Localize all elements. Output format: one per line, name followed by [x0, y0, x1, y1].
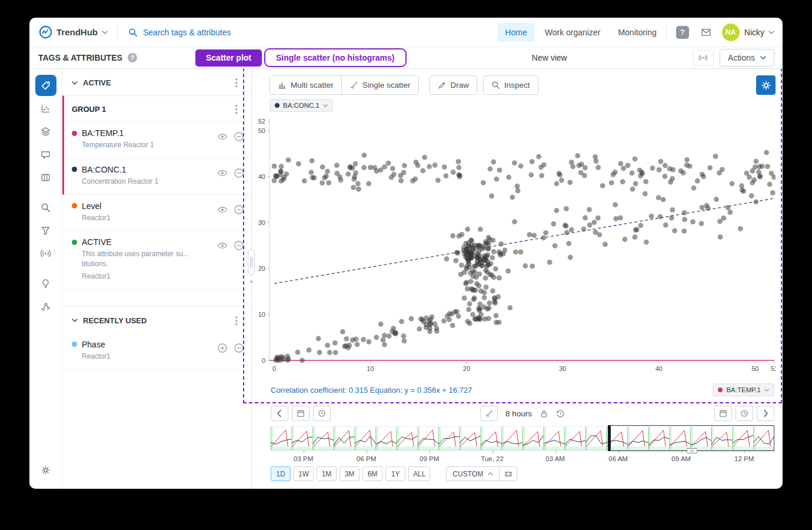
- tag-row[interactable]: BA:TEMP.1 Temperature Reactor 1: [64, 121, 251, 158]
- timeframe-icon: [504, 470, 513, 478]
- custom-range-button[interactable]: CUSTOM: [446, 466, 500, 481]
- start-time-button[interactable]: [313, 406, 331, 421]
- range-button-1w[interactable]: 1W: [294, 466, 314, 481]
- tag-row[interactable]: Level Reactor1: [62, 195, 251, 231]
- range-button-all[interactable]: ALL: [408, 466, 430, 481]
- tag-color-dot: [72, 342, 77, 347]
- tab-scatter-plot[interactable]: Scatter plot: [195, 49, 262, 67]
- x-axis-tag-chip[interactable]: BA:TEMP.1: [713, 383, 774, 396]
- svg-text:30: 30: [559, 365, 566, 372]
- settings-gear-icon[interactable]: [35, 459, 56, 481]
- search-input[interactable]: [143, 28, 284, 37]
- end-time-button[interactable]: [736, 406, 753, 421]
- layers-icon[interactable]: [35, 121, 56, 142]
- remove-minus-icon[interactable]: [234, 240, 244, 251]
- tag-row[interactable]: ACTIVE This attribute uses parameter su.…: [62, 231, 251, 289]
- kebab-menu-icon[interactable]: ⋮: [228, 316, 244, 326]
- topbar: TrendHub HomeWork organizerMonitoring ? …: [29, 18, 783, 47]
- search-icon[interactable]: [35, 197, 56, 218]
- scatter-context-button[interactable]: [480, 406, 498, 421]
- svg-text:40: 40: [655, 365, 663, 372]
- tag-description: Concentration Reactor 1: [82, 177, 217, 187]
- tag-row[interactable]: Phase Reactor1: [62, 333, 251, 370]
- mail-button[interactable]: [701, 27, 711, 38]
- nav-work-organizer[interactable]: Work organizer: [538, 23, 608, 42]
- range-button-1y[interactable]: 1Y: [385, 466, 405, 481]
- section-active[interactable]: ACTIVE ⋮: [62, 69, 251, 95]
- range-button-3m[interactable]: 3M: [340, 466, 360, 481]
- kebab-menu-icon[interactable]: ⋮: [228, 78, 244, 88]
- multi-scatter-button[interactable]: Multi scatter: [270, 76, 341, 94]
- visibility-eye-icon[interactable]: [217, 240, 228, 251]
- start-date-button[interactable]: [292, 406, 310, 421]
- add-plus-icon[interactable]: [217, 343, 228, 353]
- draw-button[interactable]: Draw: [430, 75, 478, 95]
- single-scatter-button[interactable]: Single scatter: [341, 76, 418, 94]
- panel-resize-handle[interactable]: [248, 249, 255, 275]
- tag-color-dot: [275, 103, 279, 108]
- visibility-eye-icon[interactable]: [217, 168, 228, 178]
- annotations-icon[interactable]: [35, 144, 56, 165]
- nav-monitoring[interactable]: Monitoring: [611, 23, 663, 42]
- chart-settings-button[interactable]: [756, 75, 776, 95]
- kebab-menu-icon[interactable]: ⋮: [228, 104, 244, 114]
- trends-icon[interactable]: [35, 98, 56, 119]
- avatar[interactable]: NA: [722, 24, 740, 41]
- chevron-down-icon[interactable]: [768, 31, 774, 34]
- context-items-icon[interactable]: [35, 296, 56, 317]
- tag-color-dot: [72, 131, 77, 136]
- end-date-button[interactable]: [714, 406, 732, 421]
- svg-text:50: 50: [751, 365, 758, 372]
- y-axis-tag-chip[interactable]: BA:CONC.1: [269, 99, 333, 112]
- remove-minus-icon[interactable]: [234, 343, 244, 353]
- suggestions-icon[interactable]: [35, 273, 56, 294]
- custom-range-group: CUSTOM: [446, 466, 517, 481]
- brand-menu[interactable]: TrendHub: [29, 25, 115, 39]
- section-recently-used[interactable]: RECENTLY USED ⋮: [62, 307, 251, 333]
- selection-drag-handle[interactable]: [687, 448, 697, 453]
- range-buttons: 1D1W1M3M6M1YALL: [271, 466, 430, 481]
- timeline-selection[interactable]: [608, 425, 774, 451]
- panel-help-icon[interactable]: ?: [128, 53, 137, 62]
- scatter-chart[interactable]: 01020304050520102030405052: [253, 115, 776, 379]
- remove-minus-icon[interactable]: [234, 168, 244, 178]
- time-label: Tue, 22: [481, 455, 504, 462]
- svg-text:30: 30: [258, 219, 265, 226]
- timeframe-presets-button[interactable]: [500, 466, 517, 481]
- tab-single-scatter[interactable]: Single scatter (no histograms): [264, 48, 406, 67]
- views-icon[interactable]: [35, 167, 56, 188]
- svg-text:52: 52: [771, 365, 776, 372]
- content-area: ACTIVE ⋮ GROUP 1 ⋮ BA:TEMP.1 Temperature…: [29, 69, 783, 489]
- range-button-1m[interactable]: 1M: [317, 466, 337, 481]
- user-name[interactable]: Nicky: [744, 28, 764, 37]
- tag-group-header[interactable]: GROUP 1 ⋮: [64, 96, 251, 121]
- scatter-view: Multi scatter Single scatter Draw Inspec…: [252, 69, 783, 489]
- search-icon: [128, 28, 138, 37]
- visibility-eye-icon[interactable]: [217, 131, 228, 142]
- nav-home[interactable]: Home: [498, 23, 534, 42]
- remove-minus-icon[interactable]: [234, 131, 244, 142]
- filters-icon[interactable]: [35, 220, 56, 241]
- tag-row[interactable]: BA:CONC.1 Concentration Reactor 1: [64, 158, 251, 194]
- help-button[interactable]: ?: [676, 26, 689, 39]
- history-button[interactable]: [556, 409, 565, 418]
- tags-icon[interactable]: [35, 75, 56, 96]
- panel-collapse-icon[interactable]: ×: [247, 277, 255, 286]
- remove-minus-icon[interactable]: [234, 204, 244, 215]
- multi-scatter-icon: [278, 81, 287, 90]
- timeline-strip[interactable]: [271, 426, 774, 450]
- visibility-eye-icon[interactable]: [217, 204, 228, 215]
- time-tick: [304, 450, 304, 453]
- step-forward-button[interactable]: [757, 406, 774, 421]
- range-button-1d[interactable]: 1D: [271, 466, 291, 481]
- duration-label[interactable]: 8 hours: [505, 409, 532, 418]
- range-button-6m[interactable]: 6M: [362, 466, 382, 481]
- inspect-button[interactable]: Inspect: [483, 75, 538, 95]
- svg-text:10: 10: [258, 311, 265, 318]
- lock-duration-button[interactable]: [540, 409, 548, 418]
- broadcast-button[interactable]: [693, 50, 714, 66]
- step-back-button[interactable]: [271, 406, 288, 421]
- fingerprints-icon[interactable]: [35, 243, 56, 264]
- actions-button[interactable]: Actions: [720, 49, 774, 67]
- mail-icon: [701, 27, 711, 38]
